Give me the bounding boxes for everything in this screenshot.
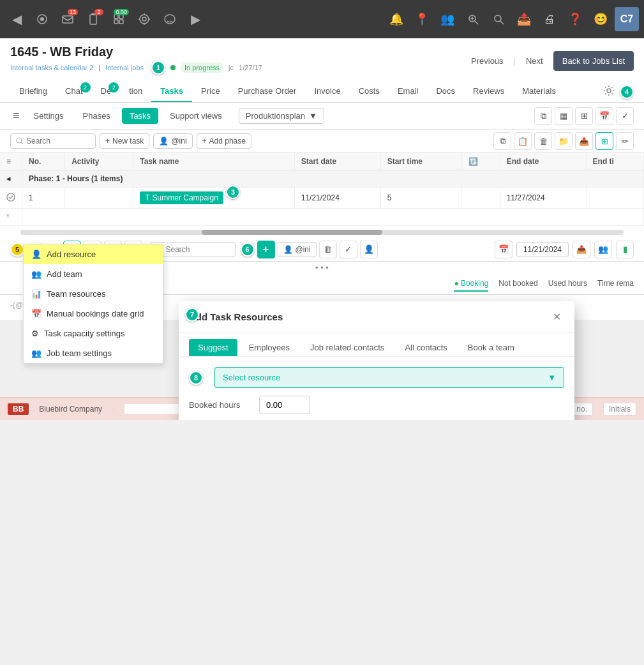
next-button[interactable]: Next [521, 54, 548, 68]
active-view-icon[interactable]: ⊞ [595, 132, 613, 150]
paste-tasks-icon[interactable]: 📋 [514, 132, 532, 150]
toolbar-check-icon[interactable]: ✓ [616, 107, 634, 125]
previous-button[interactable]: Previous [466, 54, 509, 68]
tab-email[interactable]: Email [389, 81, 428, 102]
phase-collapse-icon[interactable]: ◂ [0, 170, 22, 188]
delete-tasks-icon[interactable]: 🗑 [534, 132, 552, 150]
new-task-row[interactable]: * [0, 209, 644, 226]
sub-tab-support-views[interactable]: Support views [162, 108, 230, 124]
nav-location-icon[interactable]: 📍 [410, 8, 433, 31]
tab-chat[interactable]: Chat 2 [56, 81, 91, 102]
dropdown-add-resource[interactable]: 👤 Add resource [24, 244, 163, 264]
resource-delete-icon[interactable]: 🗑 [319, 241, 337, 258]
nav-actions: Previous | Next Back to Jobs List [466, 51, 634, 71]
table-row[interactable]: 1 T Summer Campaign 3 11/21/2024 5 11/27… [0, 188, 644, 209]
tab-tasks[interactable]: Tasks [151, 81, 192, 102]
dropdown-manual-bookings[interactable]: 📅 Manual bookings date grid [24, 304, 163, 324]
add-task-resources-modal: Add Task Resources ✕ Suggest Employees J… [179, 301, 574, 420]
modal-tab-employees[interactable]: Employees [240, 339, 299, 356]
task-name-cell[interactable]: T Summer Campaign 3 [133, 188, 295, 209]
add-phase-button[interactable]: + Add phase [197, 133, 251, 149]
copy-tasks-icon[interactable]: ⧉ [493, 132, 511, 150]
nav-email-icon[interactable]: 13 [56, 8, 79, 31]
resource-person2-icon[interactable]: 👥 [594, 241, 612, 258]
tab-costs[interactable]: Costs [350, 81, 389, 102]
nav-search-icon[interactable] [487, 8, 510, 31]
modal-tab-job-contacts[interactable]: Job related contacts [301, 339, 393, 356]
select-resource-dropdown[interactable]: Select resource ▼ [214, 367, 564, 388]
tab-purchase-order[interactable]: Purchase Order [229, 81, 306, 102]
task-search-input[interactable] [26, 137, 90, 146]
folder-icon[interactable]: 📁 [555, 132, 573, 150]
nav-settings-icon[interactable] [31, 8, 54, 31]
nav-user-icon[interactable]: 😊 [589, 8, 612, 31]
breadcrumb-link2[interactable]: Internal jobs [105, 64, 144, 71]
dropdown-task-capacity[interactable]: ⚙ Task capacity settings [24, 324, 163, 343]
nav-bell-icon[interactable]: 🔔 [385, 8, 408, 31]
breadcrumb-link1[interactable]: Internal tasks & calendar 2 [10, 64, 93, 71]
nav-search-zoom-icon[interactable] [461, 8, 484, 31]
hamburger-menu[interactable]: ≡ [10, 107, 22, 125]
tab-description[interactable]: De 2 [92, 81, 121, 102]
nav-print-icon[interactable]: 🖨 [538, 8, 561, 31]
date-display[interactable]: 11/21/2024 [516, 242, 569, 257]
nav-grid-icon[interactable]: 0.00 [107, 8, 130, 31]
initials-field[interactable]: Initials [603, 403, 636, 415]
tab-invoice[interactable]: Invoice [305, 81, 349, 102]
col-booking[interactable]: ● Booking [454, 276, 488, 292]
resource-battery-icon[interactable]: ▮ [616, 241, 634, 258]
nav-clipboard-icon[interactable]: 2 [82, 8, 105, 31]
dropdown-job-team[interactable]: 👥 Job team settings [24, 343, 163, 363]
nav-target-icon[interactable] [133, 8, 156, 31]
view-select-dropdown[interactable]: Produktionsplan ▼ [239, 108, 324, 124]
toolbar-copy-icon[interactable]: ⧉ [534, 107, 552, 125]
tab-briefing[interactable]: Briefing [10, 81, 56, 102]
modal-tab-all-contacts[interactable]: All contacts [396, 339, 456, 356]
new-task-button[interactable]: + New task [100, 133, 149, 149]
task-search-box[interactable] [10, 133, 96, 149]
tab-docs[interactable]: Docs [427, 81, 464, 102]
nav-export-icon[interactable]: 📤 [513, 8, 535, 31]
resource-ini-button[interactable]: 👤 @ini [278, 242, 317, 257]
back-to-jobs-button[interactable]: Back to Jobs List [553, 51, 634, 71]
modal-tab-book-team[interactable]: Book a team [459, 339, 523, 356]
sub-tab-phases[interactable]: Phases [75, 108, 118, 124]
resource-person-icon[interactable]: 👤 [360, 241, 378, 258]
modal-tab-suggest[interactable]: Suggest [189, 339, 237, 356]
nav-help-icon[interactable]: ❓ [564, 8, 587, 31]
tab-description-text[interactable]: tion [120, 81, 151, 102]
team-resources-label: Team resources [47, 289, 105, 299]
sub-tab-settings[interactable]: Settings [26, 108, 71, 124]
modal-close-button[interactable]: ✕ [549, 309, 564, 324]
col-start-date: Start date [294, 153, 380, 170]
resource-cal-nav-icon[interactable]: 📅 [495, 241, 513, 258]
task-end-date: 11/27/2024 [500, 188, 586, 209]
resource-export-icon[interactable]: 📤 [573, 241, 590, 258]
toolbar-calendar-icon[interactable]: 📅 [595, 107, 613, 125]
tab-reviews[interactable]: Reviews [464, 81, 513, 102]
tab-settings-icon[interactable] [601, 82, 617, 101]
resource-search-input[interactable] [166, 245, 230, 254]
export-tasks-icon[interactable]: 📤 [575, 132, 593, 150]
ini-button[interactable]: 👤 @ini [153, 133, 192, 149]
tab-materials[interactable]: Materials [513, 81, 565, 102]
tab-price[interactable]: Price [192, 81, 229, 102]
dropdown-team-resources[interactable]: 📊 Team resources [24, 284, 163, 304]
col-used-hours[interactable]: Used hours [548, 276, 587, 292]
add-resource-plus-icon[interactable]: + [257, 241, 275, 258]
col-not-booked[interactable]: Not booked [498, 276, 537, 292]
toolbar-grid-icon[interactable]: ▦ [555, 107, 573, 125]
col-time-rema[interactable]: Time rema [597, 276, 634, 292]
horizontal-scrollbar[interactable] [20, 230, 624, 235]
sub-tab-tasks[interactable]: Tasks [122, 108, 158, 124]
nav-mask-icon[interactable] [158, 8, 181, 31]
booked-hours-input[interactable] [259, 396, 310, 414]
edit-icon[interactable]: ✏ [616, 132, 634, 150]
resource-check-icon[interactable]: ✓ [340, 241, 357, 258]
nav-back-icon[interactable]: ◀ [5, 8, 28, 31]
nav-users-icon[interactable]: 👥 [436, 8, 459, 31]
user-avatar[interactable]: C7 [615, 7, 639, 31]
nav-forward-icon[interactable]: ▶ [184, 8, 207, 31]
toolbar-table-icon[interactable]: ⊞ [575, 107, 593, 125]
dropdown-add-team[interactable]: 👥 Add team [24, 264, 163, 284]
